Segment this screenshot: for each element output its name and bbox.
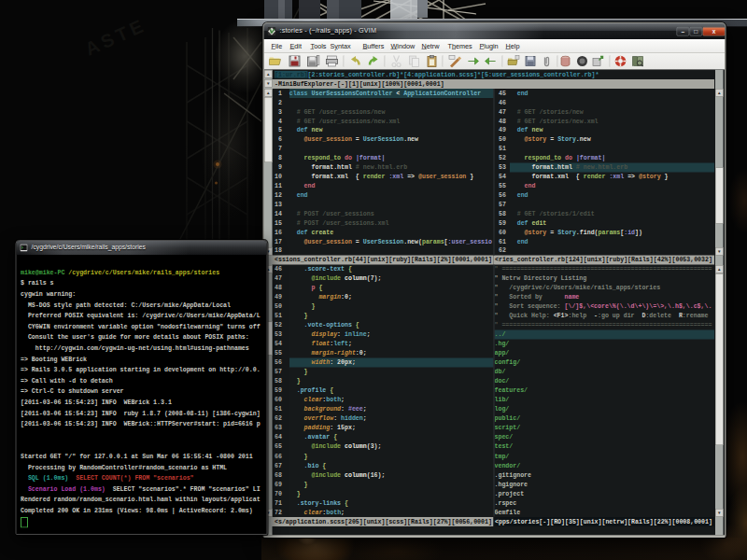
svg-text:ASTE: ASTE (82, 14, 149, 59)
